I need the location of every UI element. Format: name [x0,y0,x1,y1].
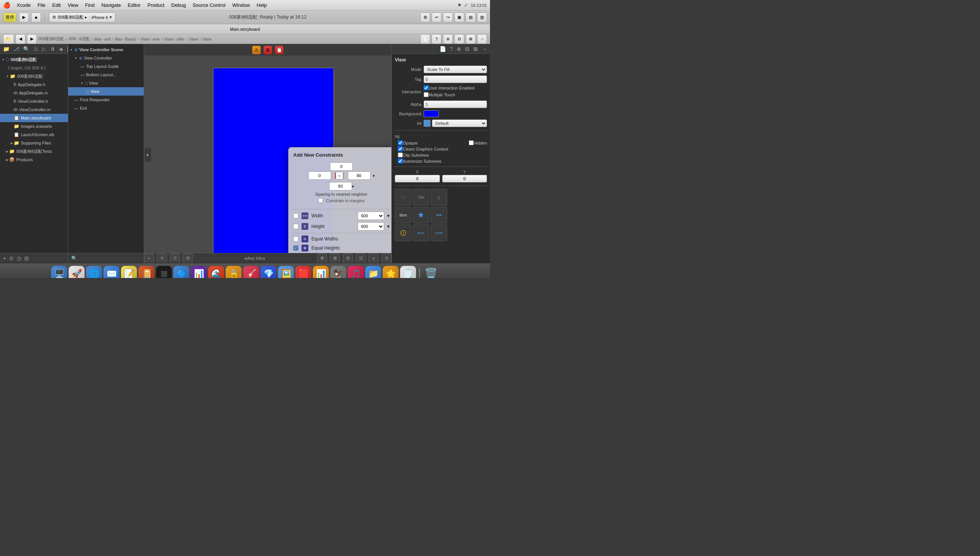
inspector-btn3[interactable]: ▥ [477,13,487,23]
bottom-issues-btn[interactable]: ⊟ [183,253,193,263]
canvas-area[interactable]: ▸ Add New Constraints [144,56,391,253]
mode-select[interactable]: Scale To Fill [424,66,487,73]
dock-launchpad[interactable]: 🚀 [69,266,85,278]
top-spacing-input[interactable] [330,162,353,171]
dock-finder[interactable]: 🖥️ [51,266,67,278]
clip-subviews-checkbox[interactable] [398,152,403,157]
outline-scene[interactable]: ▼ ⊞ View Controller Scene [68,45,144,54]
nav-viewcontroller-m[interactable]: m ViewController.m [0,105,68,114]
bottom-right-btn5[interactable]: ≡ [369,253,378,263]
y-input[interactable] [442,175,488,183]
nav-test-btn[interactable]: ▷ [40,45,48,53]
bottom-right-btn1[interactable]: ⊞ [317,253,327,263]
dock-safari[interactable]: 🌐 [86,266,102,278]
dock-itunes[interactable]: 🎵 [348,266,364,278]
bottom-right-btn4[interactable]: ⊡ [356,253,366,263]
connections-btn[interactable]: → [477,34,487,44]
size-btn[interactable]: ⊠ [466,34,476,44]
dock-product1[interactable]: 🟥 [295,266,312,278]
nav-products[interactable]: ▶ 📦 Products [0,155,68,164]
background-swatch[interactable] [424,110,439,117]
star-btn[interactable]: ★ [413,207,429,223]
constrain-margins-checkbox[interactable] [318,198,323,203]
dock-preview[interactable]: 🖼️ [278,266,294,278]
tag-input[interactable] [424,76,487,83]
outline-filter-btn[interactable]: 🔍 [71,255,77,261]
bottom-size-btn[interactable]: ⊙ [157,253,167,263]
dock-star[interactable]: 🌟 [383,266,399,278]
back-btn[interactable]: ‹ [431,189,447,205]
inspector-btn1[interactable]: ▣ [454,13,464,23]
width-checkbox[interactable] [293,213,299,218]
equal-widths-checkbox[interactable] [293,236,299,242]
dock-security[interactable]: 🔒 [226,266,242,278]
outline-view[interactable]: ▼ □ View [68,79,144,87]
menu-find[interactable]: Find [82,2,97,9]
item-preview[interactable]: Item [395,207,412,223]
nav-forward-btn[interactable]: ▶ [27,34,37,44]
x-input[interactable] [395,175,440,183]
preview-box-1[interactable]: □ [395,189,412,205]
nav-folder-btn[interactable]: 📁 [2,45,11,53]
dashed-left-btn[interactable]: ⟸ [413,225,429,241]
outline-exit[interactable]: — Exit [68,104,144,112]
menu-product[interactable]: Product [144,2,168,9]
nav-viewcontroller-h[interactable]: h ViewController.h [0,97,68,105]
warning-icon-btn[interactable]: ⚠ [252,46,260,54]
nav-debug-btn[interactable]: ⏸ [48,45,57,53]
dock-xcode[interactable]: 🔷 [173,266,189,278]
layout-grid-btn[interactable]: ⊞ [420,13,430,23]
right-spacing-input[interactable] [348,171,371,180]
menu-editor[interactable]: Editor [125,2,144,9]
nav-back-btn[interactable]: ◀ [16,34,26,44]
menu-source-control[interactable]: Source Control [190,2,229,9]
bottom-dropdown[interactable]: ▾ [352,184,354,189]
dock-notes[interactable]: 📝 [121,266,137,278]
collapse-arrow[interactable]: ▸ [144,147,152,162]
bottom-add-btn[interactable]: + [144,253,154,263]
menu-view[interactable]: View [65,2,81,9]
file-insp-btn[interactable]: 📄 [438,45,447,53]
gold-circle-btn[interactable]: ⊙ [395,225,412,241]
opaque-checkbox[interactable] [398,140,403,145]
hidden-checkbox[interactable] [469,140,474,145]
menu-edit[interactable]: Edit [49,2,64,9]
run-button[interactable]: ▶ [19,13,29,23]
alpha-input[interactable] [424,100,487,108]
bottom-spacing-input[interactable] [329,182,352,191]
dock-eagle[interactable]: 🦅 [330,266,346,278]
add-file-btn[interactable]: + [3,255,6,261]
dock-memo[interactable]: 🗒️ [400,266,416,278]
quick-help-btn[interactable]: ? [432,34,441,44]
menu-file[interactable]: File [34,2,48,9]
nav-appdelegate-h[interactable]: h AppDelegate.h [0,81,68,89]
inspector-btn2[interactable]: ▤ [466,13,476,23]
recent-btn[interactable]: ◷ [17,255,21,261]
layout-btn3[interactable]: ↪ [443,13,453,23]
user-interaction-checkbox[interactable] [424,85,429,90]
dock-notebook[interactable]: 📔 [139,266,154,278]
nav-tests[interactable]: ▶ 📁 008案例6适配Tests [0,147,68,155]
bottom-right-btn2[interactable]: ⊠ [330,253,340,263]
tint-select[interactable]: Default [432,120,487,127]
nav-breakpoint-btn[interactable]: ◈ [58,45,65,53]
outline-bottom-layout[interactable]: — Bottom Layout... [68,71,144,79]
dock-filezilla[interactable]: 🌊 [208,266,224,278]
conn-insp-btn[interactable]: → [480,45,489,53]
width-select[interactable]: 600 [358,212,384,220]
add-icon[interactable]: ✚ [458,3,461,8]
bottom-right-btn3[interactable]: ⊟ [343,253,353,263]
outline-top-layout[interactable]: — Top Layout Guide [68,62,144,71]
dock-trash[interactable]: 🗑️ [423,266,439,278]
menu-debug[interactable]: Debug [168,2,189,9]
nav-project-root[interactable]: ▼ ⬡ 008案例6适配 [0,55,68,64]
scheme-selector[interactable]: ⚙ 008案例6适配 ▸ | iPhone 6 ▾ [49,13,115,23]
stop-button[interactable]: ■ [31,13,41,23]
equal-heights-checkbox[interactable]: ✓ [293,246,299,251]
bottom-orient-btn[interactable]: ⏱ [170,253,180,263]
attr-btn[interactable]: ⊟ [454,34,464,44]
identity-insp-btn[interactable]: ⊕ [455,45,463,53]
layout-btn2[interactable]: ↩ [432,13,441,23]
dock-gem[interactable]: 💎 [260,266,276,278]
outline-view-controller[interactable]: ▼ ⊕ View Controller [68,54,144,62]
